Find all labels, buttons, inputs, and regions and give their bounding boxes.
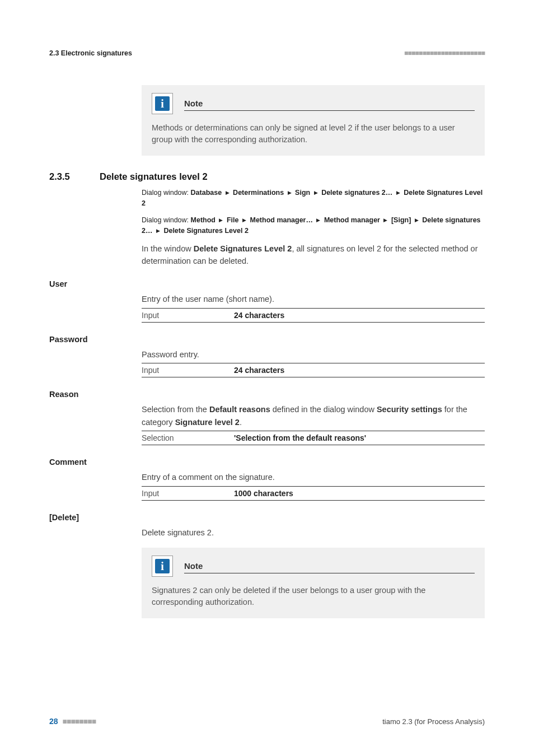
dialog2-part1: Method — [191, 216, 216, 224]
reason-b1: Default reasons — [209, 405, 270, 414]
reason-pre: Selection from the — [142, 405, 209, 414]
dialog-path-1: Dialog window: Database ▶ Determinations… — [142, 188, 485, 209]
field-desc-password: Password entry. — [142, 348, 485, 361]
field-table-password: Input 24 characters — [142, 363, 485, 377]
running-header: 2.3 Electronic signatures ■■■■■■■■■■■■■■… — [49, 49, 485, 57]
note-label: Note — [184, 99, 203, 109]
table-label: Selection — [142, 431, 234, 445]
reason-b2: Security settings — [377, 405, 442, 414]
triangle-icon: ▶ — [156, 228, 160, 234]
triangle-icon: ▶ — [288, 190, 292, 195]
section-paragraph: In the window Delete Signatures Level 2,… — [142, 242, 485, 268]
section-para-bold: Delete Signatures Level 2 — [194, 244, 292, 253]
field-label-user: User — [49, 279, 485, 288]
section-heading: 2.3.5 Delete signatures level 2 — [49, 171, 485, 182]
dialog1-part2: Determinations — [233, 189, 284, 197]
dialog2-part2: File — [227, 216, 239, 224]
table-label: Input — [142, 308, 234, 322]
table-row: Input 24 characters — [142, 308, 485, 322]
page-number-block: 28 ■■■■■■■■ — [49, 717, 96, 726]
dialog2-part4: Method manager — [324, 216, 380, 224]
dialog1-prefix: Dialog window: — [142, 189, 191, 197]
triangle-icon: ▶ — [242, 217, 246, 223]
field-label-password: Password — [49, 335, 485, 344]
section-ref: 2.3 Electronic signatures — [49, 49, 132, 57]
field-desc-reason: Selection from the Default reasons defin… — [142, 403, 485, 428]
dialog-path-2: Dialog window: Method ▶ File ▶ Method ma… — [142, 215, 485, 237]
dialog2-part7: Delete Signatures Level 2 — [163, 227, 248, 235]
field-label-comment: Comment — [49, 458, 485, 466]
page-footer: 28 ■■■■■■■■ tiamo 2.3 (for Process Analy… — [49, 717, 485, 726]
triangle-icon: ▶ — [396, 190, 400, 195]
table-value: 24 characters — [234, 363, 485, 377]
field-label-reason: Reason — [49, 390, 485, 399]
table-value: 'Selection from the default reasons' — [234, 431, 485, 445]
note-rule — [184, 573, 475, 573]
reason-b3: Signature level 2 — [175, 418, 240, 427]
info-icon: i — [155, 559, 170, 573]
note-label: Note — [184, 561, 203, 572]
note-body: Methods or determinations can only be si… — [152, 122, 475, 146]
triangle-icon: ▶ — [316, 217, 320, 223]
footer-ornament: ■■■■■■■■ — [62, 717, 96, 726]
note-header: i Note — [152, 556, 475, 577]
table-row: Input 1000 characters — [142, 486, 485, 500]
dialog1-part4: Delete signatures 2… — [321, 189, 392, 197]
note-header: i Note — [152, 93, 475, 114]
triangle-icon: ▶ — [383, 217, 387, 223]
table-value: 24 characters — [234, 308, 485, 322]
dialog2-prefix: Dialog window: — [142, 216, 191, 224]
field-table-comment: Input 1000 characters — [142, 486, 485, 501]
dialog1-part1: Database — [191, 189, 222, 197]
section-number: 2.3.5 — [49, 171, 100, 182]
note-rule — [184, 110, 475, 111]
table-row: Selection 'Selection from the default re… — [142, 431, 485, 445]
triangle-icon: ▶ — [219, 217, 223, 223]
info-icon-frame: i — [152, 93, 173, 114]
field-table-user: Input 24 characters — [142, 308, 485, 323]
triangle-icon: ▶ — [226, 190, 229, 195]
note-box: i Note Methods or determinations can onl… — [142, 85, 485, 156]
section-para-pre: In the window — [142, 244, 194, 253]
field-table-reason: Selection 'Selection from the default re… — [142, 431, 485, 445]
note-box: i Note Signatures 2 can only be deleted … — [142, 548, 485, 618]
reason-post: . — [240, 418, 242, 427]
field-desc-user: Entry of the user name (short name). — [142, 293, 485, 305]
note-body: Signatures 2 can only be deleted if the … — [152, 585, 475, 608]
dialog1-part3: Sign — [295, 189, 310, 197]
field-label-delete: [Delete] — [49, 513, 485, 522]
info-icon-frame: i — [152, 556, 173, 577]
table-label: Input — [142, 486, 234, 500]
field-desc-comment: Entry of a comment on the signature. — [142, 471, 485, 483]
table-value: 1000 characters — [234, 486, 485, 500]
field-desc-delete: Delete signatures 2. — [142, 526, 485, 539]
triangle-icon: ▶ — [314, 190, 318, 195]
table-row: Input 24 characters — [142, 363, 485, 377]
triangle-icon: ▶ — [415, 217, 419, 223]
header-ornament: ■■■■■■■■■■■■■■■■■■■■■■ — [404, 49, 485, 57]
product-name: tiamo 2.3 (for Process Analysis) — [382, 717, 485, 726]
section-title: Delete signatures level 2 — [100, 171, 208, 182]
dialog2-part3: Method manager… — [250, 216, 313, 224]
page-number: 28 — [49, 717, 58, 726]
table-label: Input — [142, 363, 234, 377]
info-icon: i — [155, 96, 170, 111]
reason-mid: defined in the dialog window — [270, 405, 377, 414]
dialog2-part5: [Sign] — [391, 216, 411, 224]
